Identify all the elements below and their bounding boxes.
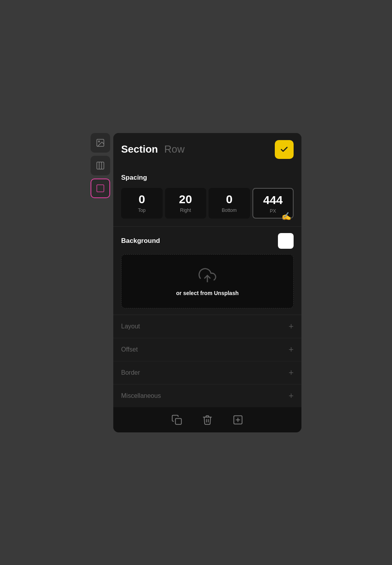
border-label: Border [121,369,140,376]
offset-row[interactable]: Offset + [113,338,301,361]
svg-rect-5 [97,185,104,192]
spacing-top[interactable]: 0 Top [121,188,163,219]
confirm-button[interactable] [275,140,294,159]
spacing-title: Spacing [121,174,294,182]
layout-label: Layout [121,323,140,330]
spacing-grid: 0 Top 20 Right 0 Bottom 444 PX ✍ [121,188,294,219]
background-color-swatch[interactable] [278,233,294,249]
add-icon [232,414,243,425]
miscellaneous-label: Miscellaneous [121,392,161,399]
miscellaneous-row[interactable]: Miscellaneous + [113,385,301,407]
duplicate-button[interactable] [171,414,182,425]
sidebar [91,133,113,198]
spacing-px-label: PX [270,208,276,214]
sidebar-btn-columns[interactable] [91,156,110,175]
spacing-right-label: Right [180,208,191,213]
spacing-px-value: 444 [263,194,283,206]
layout-plus: + [289,322,294,331]
duplicate-icon [171,414,182,425]
spacing-bottom-value: 0 [226,193,232,205]
svg-rect-7 [176,418,181,424]
upload-text: or select from Unsplash [176,290,239,296]
spacing-section: Spacing 0 Top 20 Right 0 Bottom [113,166,301,227]
offset-plus: + [289,345,294,354]
sidebar-btn-image[interactable] [91,133,110,153]
border-plus: + [289,368,294,377]
offset-label: Offset [121,346,138,353]
cloud-upload-icon [198,266,216,284]
miscellaneous-plus: + [289,392,294,400]
spacing-px[interactable]: 444 PX ✍ [252,188,294,219]
upload-icon [198,266,216,286]
layout-row[interactable]: Layout + [113,315,301,338]
section-label: Section [121,143,158,155]
section-icon [96,184,105,193]
spacing-right-value: 20 [179,193,192,205]
background-title: Background [121,237,160,245]
svg-rect-2 [97,162,104,169]
add-button[interactable] [232,414,243,425]
row-label: Row [164,143,275,155]
spacing-right[interactable]: 20 Right [165,188,207,219]
cursor-hand-icon: ✍ [281,211,291,221]
spacing-bottom-label: Bottom [222,208,237,213]
spacing-top-label: Top [138,208,145,213]
spacing-top-value: 0 [138,193,145,205]
unsplash-link[interactable]: Unsplash [214,290,239,296]
spacing-bottom[interactable]: 0 Bottom [209,188,250,219]
background-upload-area[interactable]: or select from Unsplash [121,254,294,308]
main-panel: Section Row Spacing 0 Top 20 Right [113,133,301,432]
sidebar-btn-section[interactable] [91,179,110,198]
svg-point-1 [98,141,100,142]
columns-icon [96,161,105,170]
trash-icon [202,414,213,425]
delete-button[interactable] [202,414,213,425]
background-section: Background or select from Unsplash [113,227,301,315]
check-icon [280,145,289,154]
panel-toolbar [113,407,301,432]
border-row[interactable]: Border + [113,361,301,385]
panel-header: Section Row [113,133,301,166]
workspace: Section Row Spacing 0 Top 20 Right [91,133,301,432]
image-icon [96,138,105,148]
bg-header: Background [121,233,294,249]
